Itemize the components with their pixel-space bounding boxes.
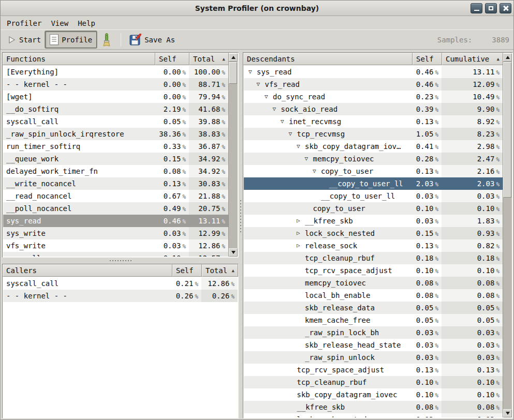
percent-sign: % [435, 417, 438, 417]
table-row[interactable]: _raw_spin_lock_bh0.03%0.03% [244, 326, 503, 339]
save-as-button[interactable]: Save As [125, 31, 179, 48]
table-row[interactable]: ▷release_sock0.13%0.82% [244, 239, 503, 252]
table-row[interactable]: skb_copy_datagram_iovec0.10%0.10% [244, 388, 503, 401]
menu-profiler[interactable]: Profiler [7, 18, 46, 28]
table-row[interactable]: tcp_rcv_space_adjust0.13%0.13% [244, 364, 503, 376]
function-name-cell: __write_nocancel [3, 177, 155, 190]
table-row[interactable]: ▽memcpy_toiovec0.28%2.47% [244, 153, 503, 165]
table-row[interactable]: __copy_to_user_ll0.03%0.03% [244, 190, 503, 202]
expanded-expander-icon[interactable]: ▽ [248, 66, 257, 78]
scrollbar-trough[interactable] [503, 62, 512, 409]
scroll-down-button[interactable] [503, 409, 512, 417]
expanded-expander-icon[interactable]: ▽ [273, 103, 281, 115]
table-row[interactable]: - - kernel - -0.26%0.26% [3, 290, 238, 302]
close-button[interactable] [500, 3, 511, 13]
table-row[interactable]: run_timer_softirq0.33%36.87% [3, 140, 228, 153]
expanded-expander-icon[interactable]: ▽ [289, 128, 297, 140]
table-row[interactable]: lock_sock_nested0.03%0.03% [244, 413, 503, 417]
expanded-expander-icon[interactable]: ▽ [313, 165, 321, 177]
table-row[interactable]: - - kernel - -0.00%88.71% [3, 78, 228, 91]
table-row[interactable]: syscall_call0.21%12.86% [3, 277, 238, 290]
title-bar[interactable]: System Profiler (on crownbay) [1, 1, 513, 16]
menu-view[interactable]: View [51, 18, 72, 28]
expanded-expander-icon[interactable]: ▽ [305, 153, 313, 165]
table-row[interactable]: __queue_work0.15%34.92% [3, 153, 228, 165]
column-header-descendants[interactable]: Descendants [243, 53, 413, 65]
column-header-self[interactable]: Self [413, 53, 442, 65]
table-row[interactable]: __kfree_skb0.08%0.08% [244, 401, 503, 413]
table-row[interactable]: sys_read0.46%13.11% [3, 215, 228, 227]
table-row[interactable]: [wget]0.00%79.94% [3, 91, 228, 103]
expanded-expander-icon[interactable]: ▽ [257, 78, 265, 91]
expanded-expander-icon[interactable]: ▽ [265, 91, 273, 103]
column-header-label: Self [176, 265, 194, 276]
column-header-total[interactable]: Total▲ [202, 264, 238, 277]
table-row[interactable]: tcp_cleanup_rbuf0.10%0.10% [244, 376, 503, 388]
table-row[interactable]: _raw_spin_unlock_irqrestore38.36%38.83% [3, 128, 228, 140]
table-row[interactable]: __write_nocancel0.13%30.83% [3, 177, 228, 190]
scrollbar-trough[interactable] [229, 62, 238, 248]
table-row[interactable]: skb_release_head_state0.03%0.03% [244, 339, 503, 351]
scrollbar-thumb[interactable] [503, 62, 511, 198]
scrollbar-thumb[interactable] [229, 62, 237, 84]
percent-sign: % [222, 69, 225, 76]
table-row[interactable]: ▽vfs_read0.46%12.09% [244, 78, 503, 91]
scroll-down-button[interactable] [229, 248, 238, 257]
table-row[interactable]: sys_poll0.10%12.57% [3, 252, 228, 257]
table-row[interactable]: ▽tcp_recvmsg1.05%8.23% [244, 128, 503, 140]
column-header-cumulative[interactable]: Cumulative▲ [442, 53, 503, 65]
table-row[interactable]: memcpy_toiovec0.08%0.08% [244, 277, 503, 289]
functions-scrollbar[interactable] [228, 53, 238, 257]
expanded-expander-icon[interactable]: ▽ [281, 115, 289, 128]
expanded-expander-icon[interactable]: ▽ [297, 140, 305, 153]
scroll-up-button[interactable] [503, 53, 512, 62]
table-row[interactable]: sys_write0.03%12.99% [3, 227, 228, 239]
function-name-cell: _raw_spin_unlock_irqrestore [3, 128, 155, 140]
total-cell: 0.08% [442, 401, 503, 413]
table-row[interactable]: copy_to_user0.10%0.10% [244, 202, 503, 215]
profile-toggle-button[interactable]: Profile [45, 31, 97, 48]
column-header-self[interactable]: Self [172, 264, 202, 277]
table-row[interactable]: _raw_spin_unlock0.03%0.03% [244, 351, 503, 364]
table-row[interactable]: delayed_work_timer_fn0.08%34.92% [3, 165, 228, 177]
table-row[interactable]: ▽sock_aio_read0.39%9.90% [244, 103, 503, 115]
table-row[interactable]: __copy_to_user_ll2.03%2.03% [244, 177, 503, 190]
collapsed-expander-icon[interactable]: ▷ [297, 215, 305, 227]
collapsed-expander-icon[interactable]: ▷ [297, 227, 305, 239]
column-header-functions[interactable]: Functions [3, 53, 155, 65]
table-row[interactable]: ▽sys_read0.46%13.11% [244, 66, 503, 78]
percent-sign: % [496, 94, 500, 101]
column-header-callers[interactable]: Callers [3, 264, 172, 277]
table-row[interactable]: ▽inet_recvmsg0.13%8.92% [244, 115, 503, 128]
menu-help[interactable]: Help [78, 18, 99, 28]
vertical-splitter[interactable] [239, 52, 243, 418]
table-row[interactable]: syscall_call0.05%39.88% [3, 115, 228, 128]
horizontal-splitter[interactable] [2, 258, 239, 264]
table-row[interactable]: tcp_rcv_space_adjust0.10%0.10% [244, 264, 503, 277]
table-row[interactable]: ▷lock_sock_nested0.15%0.93% [244, 227, 503, 239]
descendants-scrollbar[interactable] [503, 53, 512, 417]
percent-value: 0.15 [164, 155, 181, 163]
percent-sign: % [435, 293, 438, 299]
table-row[interactable]: vfs_write0.03%12.86% [3, 239, 228, 252]
start-button[interactable]: Start [4, 31, 45, 48]
table-row[interactable]: local_bh_enable0.08%0.08% [244, 289, 503, 302]
table-row[interactable]: __poll_nocancel0.49%20.75% [3, 202, 228, 215]
collapsed-expander-icon[interactable]: ▷ [297, 239, 305, 252]
table-row[interactable]: ▷__kfree_skb0.03%1.83% [244, 215, 503, 227]
table-row[interactable]: tcp_cleanup_rbuf0.18%0.18% [244, 252, 503, 264]
table-row[interactable]: ▽copy_to_user0.13%2.16% [244, 165, 503, 177]
minimize-button[interactable] [471, 3, 482, 13]
table-row[interactable]: [Everything]0.00%100.00% [3, 66, 228, 78]
scroll-up-button[interactable] [229, 53, 238, 62]
column-header-total[interactable]: Total▲ [189, 53, 229, 65]
maximize-button[interactable] [485, 3, 497, 13]
table-row[interactable]: __do_softirq2.19%41.68% [3, 103, 228, 115]
reset-brush-button[interactable] [97, 31, 116, 48]
table-row[interactable]: skb_release_data0.05%0.05% [244, 302, 503, 314]
table-row[interactable]: __read_nocancel0.67%21.88% [3, 190, 228, 202]
column-header-self[interactable]: Self [155, 53, 189, 65]
table-row[interactable]: kmem_cache_free0.05%0.05% [244, 314, 503, 326]
table-row[interactable]: ▽skb_copy_datagram_iov…0.41%2.98% [244, 140, 503, 153]
table-row[interactable]: ▽do_sync_read0.23%10.49% [244, 91, 503, 103]
